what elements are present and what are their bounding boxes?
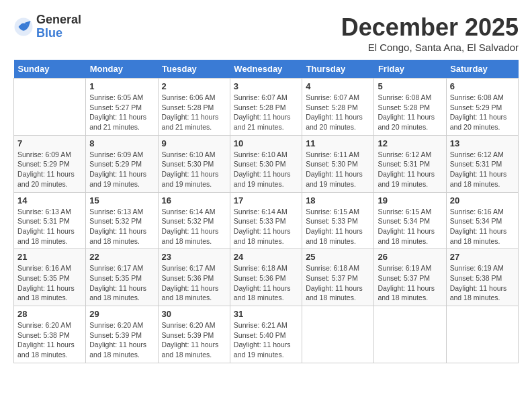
day-cell: 6Sunrise: 6:08 AMSunset: 5:29 PMDaylight… <box>446 79 518 136</box>
col-header-saturday: Saturday <box>446 60 518 79</box>
month-title: December 2025 <box>341 13 519 42</box>
day-cell: 25Sunrise: 6:18 AMSunset: 5:37 PMDayligh… <box>302 249 374 306</box>
day-number: 30 <box>162 309 226 319</box>
day-cell: 24Sunrise: 6:18 AMSunset: 5:36 PMDayligh… <box>230 249 302 306</box>
day-info: Sunrise: 6:10 AMSunset: 5:30 PMDaylight:… <box>162 150 226 189</box>
day-cell: 14Sunrise: 6:13 AMSunset: 5:31 PMDayligh… <box>14 192 86 249</box>
col-header-sunday: Sunday <box>14 60 86 79</box>
day-info: Sunrise: 6:14 AMSunset: 5:33 PMDaylight:… <box>234 207 298 246</box>
day-number: 22 <box>89 252 154 262</box>
day-info: Sunrise: 6:09 AMSunset: 5:29 PMDaylight:… <box>17 150 82 189</box>
day-cell: 1Sunrise: 6:05 AMSunset: 5:27 PMDaylight… <box>86 79 158 136</box>
day-info: Sunrise: 6:15 AMSunset: 5:34 PMDaylight:… <box>378 207 442 246</box>
day-info: Sunrise: 6:20 AMSunset: 5:38 PMDaylight:… <box>17 320 82 360</box>
day-info: Sunrise: 6:17 AMSunset: 5:35 PMDaylight:… <box>89 263 154 303</box>
day-cell: 2Sunrise: 6:06 AMSunset: 5:28 PMDaylight… <box>158 79 230 136</box>
day-cell: 4Sunrise: 6:07 AMSunset: 5:28 PMDaylight… <box>302 79 374 136</box>
day-info: Sunrise: 6:18 AMSunset: 5:36 PMDaylight:… <box>234 263 298 303</box>
day-info: Sunrise: 6:16 AMSunset: 5:35 PMDaylight:… <box>17 263 82 303</box>
day-cell: 7Sunrise: 6:09 AMSunset: 5:29 PMDaylight… <box>14 135 86 192</box>
day-info: Sunrise: 6:08 AMSunset: 5:29 PMDaylight:… <box>450 93 515 132</box>
day-number: 31 <box>234 309 298 319</box>
day-number: 12 <box>378 138 442 148</box>
page-header: General Blue December 2025 El Congo, San… <box>13 13 519 53</box>
day-number: 18 <box>306 195 370 205</box>
day-cell: 11Sunrise: 6:11 AMSunset: 5:30 PMDayligh… <box>302 135 374 192</box>
day-cell: 16Sunrise: 6:14 AMSunset: 5:32 PMDayligh… <box>158 192 230 249</box>
header-row: SundayMondayTuesdayWednesdayThursdayFrid… <box>14 60 519 79</box>
day-cell: 17Sunrise: 6:14 AMSunset: 5:33 PMDayligh… <box>230 192 302 249</box>
week-row-1: 1Sunrise: 6:05 AMSunset: 5:27 PMDaylight… <box>14 79 519 136</box>
logo-general: General <box>36 13 81 27</box>
col-header-wednesday: Wednesday <box>230 60 302 79</box>
day-info: Sunrise: 6:19 AMSunset: 5:38 PMDaylight:… <box>450 263 515 303</box>
day-info: Sunrise: 6:21 AMSunset: 5:40 PMDaylight:… <box>234 320 298 360</box>
day-number: 17 <box>234 195 298 205</box>
day-cell: 31Sunrise: 6:21 AMSunset: 5:40 PMDayligh… <box>230 306 302 363</box>
day-number: 26 <box>378 252 442 262</box>
week-row-3: 14Sunrise: 6:13 AMSunset: 5:31 PMDayligh… <box>14 192 519 249</box>
logo: General Blue <box>13 13 81 40</box>
day-cell: 30Sunrise: 6:20 AMSunset: 5:39 PMDayligh… <box>158 306 230 363</box>
day-info: Sunrise: 6:06 AMSunset: 5:28 PMDaylight:… <box>162 93 226 132</box>
day-number: 3 <box>234 81 298 91</box>
day-number: 11 <box>306 138 370 148</box>
day-cell: 28Sunrise: 6:20 AMSunset: 5:38 PMDayligh… <box>14 306 86 363</box>
day-info: Sunrise: 6:05 AMSunset: 5:27 PMDaylight:… <box>89 93 154 132</box>
week-row-4: 21Sunrise: 6:16 AMSunset: 5:35 PMDayligh… <box>14 249 519 306</box>
day-cell: 15Sunrise: 6:13 AMSunset: 5:32 PMDayligh… <box>86 192 158 249</box>
day-cell: 13Sunrise: 6:12 AMSunset: 5:31 PMDayligh… <box>446 135 518 192</box>
day-number: 29 <box>89 309 154 319</box>
day-number: 28 <box>17 309 82 319</box>
logo-text: General Blue <box>36 13 81 40</box>
logo-blue: Blue <box>36 27 81 40</box>
day-number: 23 <box>162 252 226 262</box>
day-number: 10 <box>234 138 298 148</box>
day-info: Sunrise: 6:12 AMSunset: 5:31 PMDaylight:… <box>450 150 515 189</box>
day-number: 13 <box>450 138 515 148</box>
day-info: Sunrise: 6:07 AMSunset: 5:28 PMDaylight:… <box>234 93 298 132</box>
day-number: 9 <box>162 138 226 148</box>
day-info: Sunrise: 6:15 AMSunset: 5:33 PMDaylight:… <box>306 207 370 246</box>
day-cell: 27Sunrise: 6:19 AMSunset: 5:38 PMDayligh… <box>446 249 518 306</box>
day-info: Sunrise: 6:07 AMSunset: 5:28 PMDaylight:… <box>306 93 370 132</box>
day-number: 14 <box>17 195 82 205</box>
day-info: Sunrise: 6:18 AMSunset: 5:37 PMDaylight:… <box>306 263 370 303</box>
day-number: 8 <box>89 138 154 148</box>
day-cell: 10Sunrise: 6:10 AMSunset: 5:30 PMDayligh… <box>230 135 302 192</box>
day-cell <box>446 306 518 363</box>
day-info: Sunrise: 6:09 AMSunset: 5:29 PMDaylight:… <box>89 150 154 189</box>
title-block: December 2025 El Congo, Santa Ana, El Sa… <box>341 13 519 53</box>
day-cell: 8Sunrise: 6:09 AMSunset: 5:29 PMDaylight… <box>86 135 158 192</box>
day-cell: 5Sunrise: 6:08 AMSunset: 5:28 PMDaylight… <box>374 79 446 136</box>
day-info: Sunrise: 6:20 AMSunset: 5:39 PMDaylight:… <box>162 320 226 360</box>
day-number: 21 <box>17 252 82 262</box>
day-cell <box>374 306 446 363</box>
logo-icon <box>13 17 34 37</box>
day-info: Sunrise: 6:13 AMSunset: 5:31 PMDaylight:… <box>17 207 82 246</box>
col-header-thursday: Thursday <box>302 60 374 79</box>
day-info: Sunrise: 6:10 AMSunset: 5:30 PMDaylight:… <box>234 150 298 189</box>
day-info: Sunrise: 6:16 AMSunset: 5:34 PMDaylight:… <box>450 207 515 246</box>
day-cell: 26Sunrise: 6:19 AMSunset: 5:37 PMDayligh… <box>374 249 446 306</box>
day-info: Sunrise: 6:14 AMSunset: 5:32 PMDaylight:… <box>162 207 226 246</box>
day-number: 15 <box>89 195 154 205</box>
day-number: 19 <box>378 195 442 205</box>
day-cell <box>302 306 374 363</box>
day-info: Sunrise: 6:20 AMSunset: 5:39 PMDaylight:… <box>89 320 154 360</box>
col-header-monday: Monday <box>86 60 158 79</box>
week-row-2: 7Sunrise: 6:09 AMSunset: 5:29 PMDaylight… <box>14 135 519 192</box>
day-number: 7 <box>17 138 82 148</box>
day-number: 1 <box>89 81 154 91</box>
day-number: 27 <box>450 252 515 262</box>
day-cell: 29Sunrise: 6:20 AMSunset: 5:39 PMDayligh… <box>86 306 158 363</box>
day-info: Sunrise: 6:13 AMSunset: 5:32 PMDaylight:… <box>89 207 154 246</box>
day-cell: 23Sunrise: 6:17 AMSunset: 5:36 PMDayligh… <box>158 249 230 306</box>
day-number: 6 <box>450 81 515 91</box>
day-cell: 19Sunrise: 6:15 AMSunset: 5:34 PMDayligh… <box>374 192 446 249</box>
day-cell: 20Sunrise: 6:16 AMSunset: 5:34 PMDayligh… <box>446 192 518 249</box>
day-number: 25 <box>306 252 370 262</box>
day-info: Sunrise: 6:19 AMSunset: 5:37 PMDaylight:… <box>378 263 442 303</box>
col-header-tuesday: Tuesday <box>158 60 230 79</box>
day-number: 16 <box>162 195 226 205</box>
